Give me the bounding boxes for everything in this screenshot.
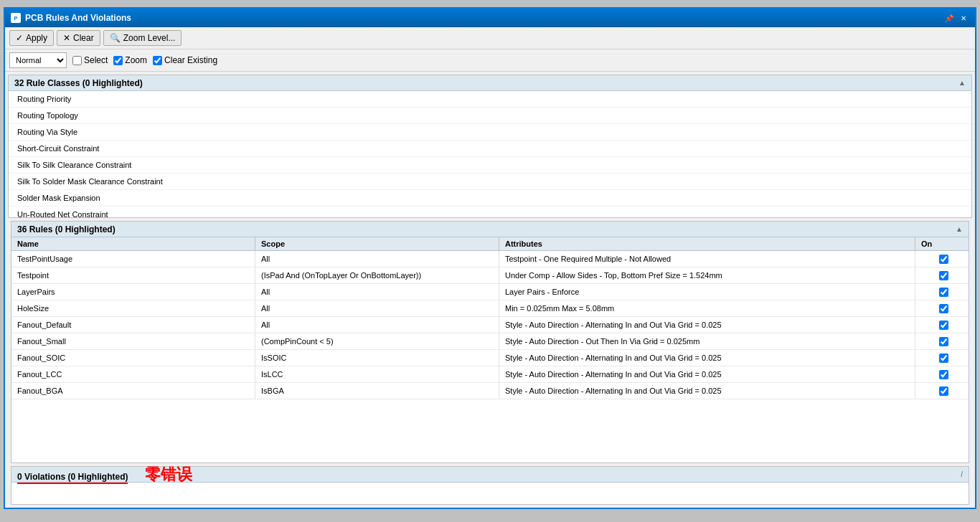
main-content: 32 Rule Classes (0 Highlighted) ▲ Routin… [5,72,975,508]
cell-name: HoleSize [11,300,255,316]
clear-button[interactable]: ✕ Clear [57,30,100,46]
cell-on [915,251,969,267]
row-on-checkbox[interactable] [939,370,948,379]
close-button[interactable]: ✕ [958,13,969,23]
zoom-checkbox[interactable] [113,56,123,65]
table-row[interactable]: HoleSize All Min = 0.025mm Max = 5.08mm [11,300,969,317]
table-row[interactable]: LayerPairs All Layer Pairs - Enforce [11,284,969,300]
cell-name: Fanout_Default [11,317,255,333]
rule-classes-collapse-btn[interactable]: ▲ [958,79,966,87]
apply-label: Apply [26,33,47,43]
cell-attributes: Testpoint - One Required Multiple - Not … [499,251,915,267]
zoom-checkbox-label[interactable]: Zoom [113,55,147,65]
apply-button[interactable]: ✓ Apply [9,30,54,46]
violations-title-text: 0 Violations (0 Highlighted) [17,472,128,484]
cell-scope: All [255,251,499,267]
clear-icon: ✕ [63,33,70,43]
violations-content [11,483,969,504]
list-item[interactable]: Solder Mask Expansion [9,190,971,207]
zoom-level-button[interactable]: 🔍 Zoom Level... [103,30,182,46]
row-on-checkbox[interactable] [939,353,948,363]
cell-scope: All [255,317,499,333]
col-attributes: Attributes [499,237,915,250]
row-on-checkbox[interactable] [939,386,948,396]
row-on-checkbox[interactable] [939,288,948,297]
apply-icon: ✓ [16,33,23,43]
cell-attributes: Style - Auto Direction - Alternating In … [499,366,915,382]
title-bar-controls: 📌 ✕ [943,13,969,23]
table-row[interactable]: TestPointUsage All Testpoint - One Requi… [11,251,969,267]
window-icon: P [11,13,21,23]
cell-name: Fanout_Small [11,333,255,349]
cell-on [915,267,969,283]
rules-table-body: TestPointUsage All Testpoint - One Requi… [11,251,969,462]
select-checkbox[interactable] [72,56,82,65]
clear-existing-label: Clear Existing [164,55,217,65]
cell-name: LayerPairs [11,284,255,300]
list-item[interactable]: Silk To Silk Clearance Constraint [9,157,971,174]
cell-attributes: Style - Auto Direction - Alternating In … [499,317,915,333]
cell-name: Fanout_LCC [11,366,255,382]
cell-scope: IsSOIC [255,350,499,366]
violations-header: 0 Violations (0 Highlighted) 零错误 / [11,467,969,483]
list-item[interactable]: Routing Topology [9,108,971,124]
clear-existing-checkbox[interactable] [153,56,162,65]
window-title: PCB Rules And Violations [25,13,131,23]
clear-label: Clear [73,33,94,43]
list-item[interactable]: Routing Priority [9,91,971,108]
row-on-checkbox[interactable] [939,271,948,280]
rules-collapse-btn[interactable]: ▲ [956,225,963,233]
cell-on [915,350,969,366]
zoom-icon: 🔍 [110,33,121,43]
list-item[interactable]: Routing Via Style [9,124,971,141]
select-checkbox-label[interactable]: Select [72,55,108,65]
cell-attributes: Layer Pairs - Enforce [499,284,915,300]
row-on-checkbox[interactable] [939,321,948,330]
list-item[interactable]: Short-Circuit Constraint [9,141,971,157]
title-bar: P PCB Rules And Violations 📌 ✕ [5,9,975,27]
col-scope: Scope [255,237,499,250]
row-on-checkbox[interactable] [939,304,948,313]
cell-scope: All [255,284,499,300]
violations-title: 0 Violations (0 Highlighted) 零错误 [17,464,192,485]
cell-attributes: Min = 0.025mm Max = 5.08mm [499,300,915,316]
violations-panel: 0 Violations (0 Highlighted) 零错误 / [11,466,969,505]
list-item[interactable]: Silk To Solder Mask Clearance Constraint [9,174,971,190]
cell-on [915,383,969,399]
cell-on [915,333,969,349]
zoom-level-label: Zoom Level... [123,33,176,43]
highlight-mode-dropdown[interactable]: Normal High Low [9,52,67,68]
rules-title: 36 Rules (0 Highlighted) [17,224,116,234]
cell-scope: (CompPinCount < 5) [255,333,499,349]
table-row[interactable]: Fanout_BGA IsBGA Style - Auto Direction … [11,383,969,399]
table-row[interactable]: Fanout_SOIC IsSOIC Style - Auto Directio… [11,350,969,366]
zoom-label: Zoom [125,55,147,65]
bottom-section: 36 Rules (0 Highlighted) ▲ Name Scope At… [8,221,972,508]
rule-classes-list: Routing Priority Routing Topology Routin… [9,91,971,217]
cell-on [915,284,969,300]
cell-name: TestPointUsage [11,251,255,267]
cell-on [915,300,969,316]
cell-attributes: Style - Auto Direction - Out Then In Via… [499,333,915,349]
cell-on [915,366,969,382]
table-row[interactable]: Fanout_Small (CompPinCount < 5) Style - … [11,333,969,350]
cell-on [915,317,969,333]
cell-attributes: Style - Auto Direction - Alternating In … [499,383,915,399]
table-row[interactable]: Fanout_LCC IsLCC Style - Auto Direction … [11,366,969,383]
rules-panel: 36 Rules (0 Highlighted) ▲ Name Scope At… [11,221,969,463]
rule-classes-panel-header: 32 Rule Classes (0 Highlighted) ▲ [9,75,971,91]
clear-existing-checkbox-label[interactable]: Clear Existing [153,55,217,65]
cell-attributes: Under Comp - Allow Sides - Top, Bottom P… [499,267,915,283]
list-item[interactable]: Un-Routed Net Constraint [9,207,971,217]
table-row[interactable]: Fanout_Default All Style - Auto Directio… [11,317,969,333]
row-on-checkbox[interactable] [939,255,948,264]
row-on-checkbox[interactable] [939,337,948,346]
rule-classes-panel: 32 Rule Classes (0 Highlighted) ▲ Routin… [8,75,972,218]
col-on: On [915,237,969,250]
title-bar-left: P PCB Rules And Violations [11,13,131,23]
table-row[interactable]: Testpoint (IsPad And (OnTopLayer Or OnBo… [11,267,969,284]
filter-toolbar: Normal High Low Select Zoom Clear Existi… [5,49,975,72]
violations-collapse-btn[interactable]: / [961,470,963,478]
cell-name: Fanout_SOIC [11,350,255,366]
pin-button[interactable]: 📌 [943,13,955,23]
